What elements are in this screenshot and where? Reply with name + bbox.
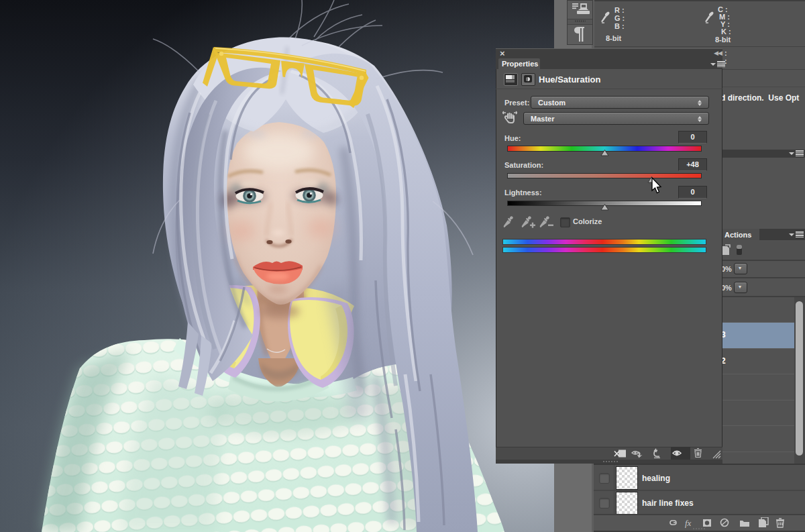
svg-text:fx: fx	[685, 518, 692, 528]
